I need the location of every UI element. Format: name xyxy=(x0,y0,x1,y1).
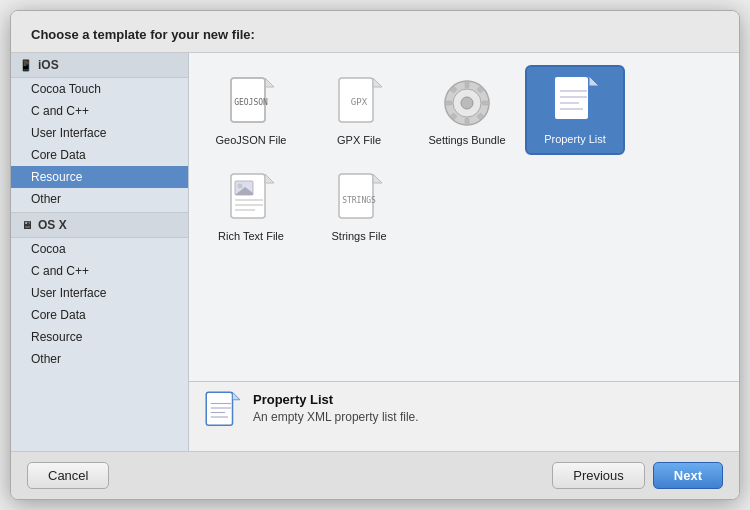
sidebar-section-ios[interactable]: 📱 iOS xyxy=(11,53,188,78)
sidebar: 📱 iOS Cocoa Touch C and C++ User Interfa… xyxy=(11,53,189,451)
plist-label: Property List xyxy=(540,131,610,147)
svg-marker-33 xyxy=(373,174,382,183)
file-grid: GEOJSON GeoJSON File GPX GPX File xyxy=(189,53,739,381)
svg-text:STRINGS: STRINGS xyxy=(342,196,376,205)
sidebar-item-other-osx[interactable]: Other xyxy=(11,348,188,370)
file-item-property-list[interactable]: Property List xyxy=(525,65,625,155)
sidebar-item-resource-osx[interactable]: Resource xyxy=(11,326,188,348)
svg-rect-13 xyxy=(482,101,489,105)
svg-marker-19 xyxy=(589,76,599,86)
rtf-label: Rich Text File xyxy=(218,229,284,243)
svg-text:GPX: GPX xyxy=(351,97,368,107)
file-item-strings[interactable]: STRINGS Strings File xyxy=(309,163,409,251)
sidebar-ios-label: iOS xyxy=(38,58,59,72)
geojson-icon: GEOJSON xyxy=(225,77,277,129)
settings-icon xyxy=(441,77,493,129)
sidebar-item-user-interface[interactable]: User Interface xyxy=(11,122,188,144)
sidebar-item-other[interactable]: Other xyxy=(11,188,188,210)
next-button[interactable]: Next xyxy=(653,462,723,489)
gpx-label: GPX File xyxy=(337,133,381,147)
ios-icon: 📱 xyxy=(19,58,33,72)
svg-marker-36 xyxy=(233,392,241,400)
strings-icon: STRINGS xyxy=(333,173,385,225)
svg-rect-11 xyxy=(465,118,469,125)
file-item-rtf[interactable]: Rich Text File xyxy=(201,163,301,251)
description-icon xyxy=(203,392,241,430)
file-item-gpx[interactable]: GPX GPX File xyxy=(309,65,409,155)
gpx-icon: GPX xyxy=(333,77,385,129)
new-file-dialog: Choose a template for your new file: 📱 i… xyxy=(10,10,740,500)
rtf-icon xyxy=(225,173,277,225)
cancel-button[interactable]: Cancel xyxy=(27,462,109,489)
svg-text:GEOJSON: GEOJSON xyxy=(234,98,268,107)
sidebar-item-resource[interactable]: Resource xyxy=(11,166,188,188)
sidebar-item-user-interface-osx[interactable]: User Interface xyxy=(11,282,188,304)
svg-marker-25 xyxy=(265,174,274,183)
sidebar-item-c-cpp[interactable]: C and C++ xyxy=(11,100,188,122)
footer: Cancel Previous Next xyxy=(11,451,739,499)
plist-icon xyxy=(549,75,601,127)
geojson-label: GeoJSON File xyxy=(216,133,287,147)
svg-marker-5 xyxy=(373,78,382,87)
dialog-title: Choose a template for your new file: xyxy=(31,27,255,42)
file-item-geojson[interactable]: GEOJSON GeoJSON File xyxy=(201,65,301,155)
sidebar-item-core-data[interactable]: Core Data xyxy=(11,144,188,166)
svg-rect-18 xyxy=(554,76,589,120)
settings-label: Settings Bundle xyxy=(428,133,505,147)
sidebar-item-c-cpp-osx[interactable]: C and C++ xyxy=(11,260,188,282)
dialog-body: 📱 iOS Cocoa Touch C and C++ User Interfa… xyxy=(11,53,739,451)
svg-point-9 xyxy=(461,97,473,109)
description-body: An empty XML property list file. xyxy=(253,410,419,424)
svg-point-27 xyxy=(238,184,243,189)
osx-icon: 🖥 xyxy=(19,218,33,232)
description-bar: Property List An empty XML property list… xyxy=(189,381,739,451)
description-title: Property List xyxy=(253,392,419,407)
svg-rect-10 xyxy=(465,81,469,88)
svg-marker-1 xyxy=(265,78,274,87)
footer-right: Previous Next xyxy=(552,462,723,489)
dialog-header: Choose a template for your new file: xyxy=(11,11,739,53)
previous-button[interactable]: Previous xyxy=(552,462,645,489)
sidebar-section-osx[interactable]: 🖥 OS X xyxy=(11,212,188,238)
description-text: Property List An empty XML property list… xyxy=(253,392,419,424)
strings-label: Strings File xyxy=(331,229,386,243)
sidebar-item-cocoa[interactable]: Cocoa xyxy=(11,238,188,260)
sidebar-osx-label: OS X xyxy=(38,218,67,232)
content-area: GEOJSON GeoJSON File GPX GPX File xyxy=(189,53,739,451)
svg-rect-35 xyxy=(206,392,232,425)
sidebar-item-cocoa-touch[interactable]: Cocoa Touch xyxy=(11,78,188,100)
sidebar-item-core-data-osx[interactable]: Core Data xyxy=(11,304,188,326)
svg-rect-12 xyxy=(445,101,452,105)
file-item-settings[interactable]: Settings Bundle xyxy=(417,65,517,155)
